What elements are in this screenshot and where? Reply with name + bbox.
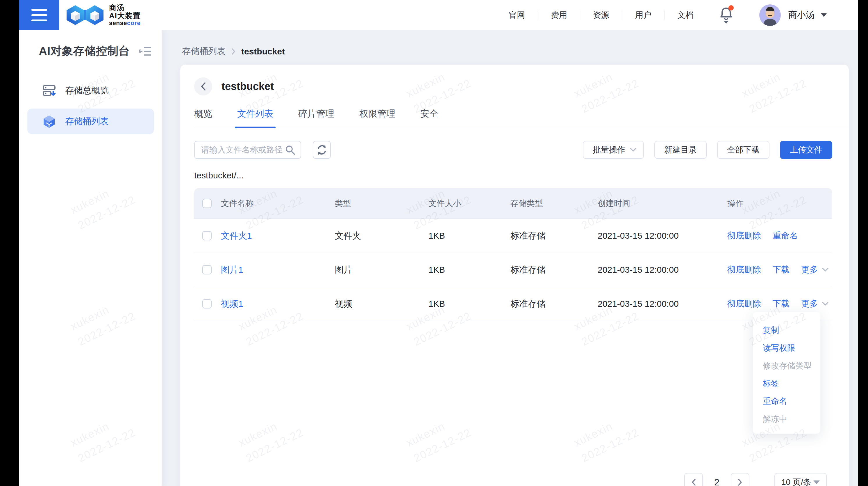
table-row: 视频1 视频 1KB 标准存储 2021-03-15 12:00:00 彻底删除… <box>194 287 832 321</box>
download-action[interactable]: 下载 <box>773 264 789 276</box>
more-actions-menu: 复制 读写权限 修改存储类型 标签 重命名 解冻中 <box>753 312 820 434</box>
file-type: 图片 <box>335 264 429 276</box>
row-checkbox[interactable] <box>202 299 212 309</box>
breadcrumb-parent-link[interactable]: 存储桶列表 <box>182 46 225 57</box>
delete-permanently-action[interactable]: 彻底删除 <box>727 298 761 310</box>
logo-line2: AI大装置 <box>109 12 141 20</box>
nav-item-resources[interactable]: 资源 <box>580 9 622 21</box>
page-size-select[interactable]: 10 页/条 <box>774 473 827 486</box>
next-page-button[interactable] <box>731 473 749 486</box>
chevron-right-icon <box>738 479 742 486</box>
nav-item-billing[interactable]: 费用 <box>538 9 580 21</box>
notification-dot <box>728 5 734 10</box>
sidebar-item-label: 存储总概览 <box>65 85 109 96</box>
row-checkbox[interactable] <box>202 265 212 275</box>
user-menu-caret-icon[interactable] <box>821 13 827 17</box>
rename-action[interactable]: 重命名 <box>773 230 798 241</box>
menu-item-tags[interactable]: 标签 <box>753 375 820 392</box>
previous-page-button[interactable] <box>684 473 703 486</box>
delete-permanently-action[interactable]: 彻底删除 <box>727 230 761 241</box>
bucket-title: testbucket <box>221 80 274 92</box>
collapse-icon <box>139 46 151 56</box>
pagination: 2 10 页/条 <box>684 473 827 486</box>
bell-caret-icon <box>724 21 728 24</box>
more-actions-button[interactable]: 更多 <box>801 264 829 276</box>
sidebar: AI对象存储控制台 存储总概览 <box>19 30 162 486</box>
chevron-left-icon <box>691 479 696 486</box>
current-path: testbucket/... <box>194 171 832 180</box>
file-size: 1KB <box>429 299 510 309</box>
sensecore-logo-icon <box>66 3 104 27</box>
file-name-link[interactable]: 图片1 <box>221 264 335 276</box>
column-header-name: 文件名称 <box>221 198 335 209</box>
download-all-button[interactable]: 全部下载 <box>717 141 770 159</box>
upload-file-button[interactable]: 上传文件 <box>780 141 832 159</box>
file-search-box <box>194 141 301 159</box>
column-header-storage: 存储类型 <box>510 198 598 209</box>
new-directory-button[interactable]: 新建目录 <box>654 141 707 159</box>
chevron-left-icon <box>200 82 206 91</box>
file-type: 文件夹 <box>335 230 429 242</box>
console-title: AI对象存储控制台 <box>39 44 130 58</box>
tab-overview[interactable]: 概览 <box>194 108 212 128</box>
tab-file-list[interactable]: 文件列表 <box>237 108 273 128</box>
right-edge-strip <box>858 0 868 486</box>
breadcrumb-current: testbucket <box>241 47 285 56</box>
created-time: 2021-03-15 12:00:00 <box>598 265 727 275</box>
tab-fragment-management[interactable]: 碎片管理 <box>298 108 334 128</box>
table-row: 文件夹1 文件夹 1KB 标准存储 2021-03-15 12:00:00 彻底… <box>194 219 832 253</box>
menu-item-thawing: 解冻中 <box>753 410 820 428</box>
top-header: 商汤 AI大装置 sensecore 官网 费用 资源 用户 文档 <box>19 0 858 30</box>
search-icon[interactable] <box>285 145 295 155</box>
bucket-cube-icon <box>42 115 56 128</box>
nav-item-official-site[interactable]: 官网 <box>496 9 538 21</box>
file-size: 1KB <box>429 231 510 241</box>
table-header-row: 文件名称 类型 文件大小 存储类型 创建时间 操作 <box>194 188 832 219</box>
more-actions-button[interactable]: 更多 <box>801 298 829 310</box>
notification-bell-button[interactable] <box>718 6 734 24</box>
bucket-tabs: 概览 文件列表 碎片管理 权限管理 安全 <box>194 108 849 128</box>
left-edge-strip <box>0 0 19 486</box>
sidebar-collapse-button[interactable] <box>139 46 151 56</box>
logo-line1: 商汤 <box>109 4 141 12</box>
hamburger-icon <box>31 9 47 11</box>
menu-item-change-storage-class: 修改存储类型 <box>753 357 820 375</box>
row-checkbox[interactable] <box>202 231 212 240</box>
bucket-detail-card: testbucket 概览 文件列表 碎片管理 权限管理 安全 <box>180 65 849 486</box>
brand-logo: 商汤 AI大装置 sensecore <box>66 3 141 27</box>
user-name[interactable]: 商小汤 <box>788 9 814 21</box>
chevron-down-icon <box>822 268 829 272</box>
column-header-size: 文件大小 <box>429 198 510 209</box>
created-time: 2021-03-15 12:00:00 <box>598 299 727 309</box>
nav-item-users[interactable]: 用户 <box>622 9 664 21</box>
top-nav: 官网 费用 资源 用户 文档 <box>496 9 706 21</box>
current-page-number: 2 <box>713 477 720 486</box>
table-row: 图片1 图片 1KB 标准存储 2021-03-15 12:00:00 彻底删除… <box>194 253 832 287</box>
tab-security[interactable]: 安全 <box>420 108 438 128</box>
download-action[interactable]: 下载 <box>773 298 789 310</box>
file-name-link[interactable]: 文件夹1 <box>221 230 335 242</box>
storage-class: 标准存储 <box>510 298 598 310</box>
file-size: 1KB <box>429 265 510 275</box>
breadcrumb: 存储桶列表 testbucket <box>182 46 285 57</box>
sidebar-item-bucket-list[interactable]: 存储桶列表 <box>27 109 154 134</box>
back-button[interactable] <box>194 78 212 95</box>
nav-item-docs[interactable]: 文档 <box>664 9 706 21</box>
search-input[interactable] <box>201 145 285 154</box>
delete-permanently-action[interactable]: 彻底删除 <box>727 264 761 276</box>
tab-permission-management[interactable]: 权限管理 <box>359 108 395 128</box>
storage-overview-icon <box>42 84 56 97</box>
file-name-link[interactable]: 视频1 <box>221 298 335 310</box>
select-all-checkbox[interactable] <box>202 199 212 208</box>
sidebar-item-storage-overview[interactable]: 存储总概览 <box>27 78 154 103</box>
column-header-type: 类型 <box>335 198 429 209</box>
bulk-actions-button[interactable]: 批量操作 <box>583 141 644 159</box>
menu-item-copy[interactable]: 复制 <box>753 321 820 339</box>
hamburger-menu-button[interactable] <box>19 0 59 30</box>
menu-item-read-write-permission[interactable]: 读写权限 <box>753 339 820 357</box>
created-time: 2021-03-15 12:00:00 <box>598 231 727 241</box>
user-avatar[interactable] <box>759 4 781 26</box>
refresh-button[interactable] <box>313 141 331 159</box>
file-table: 文件名称 类型 文件大小 存储类型 创建时间 操作 文件夹1 文件夹 1KB 标… <box>194 188 832 321</box>
menu-item-rename[interactable]: 重命名 <box>753 392 820 410</box>
